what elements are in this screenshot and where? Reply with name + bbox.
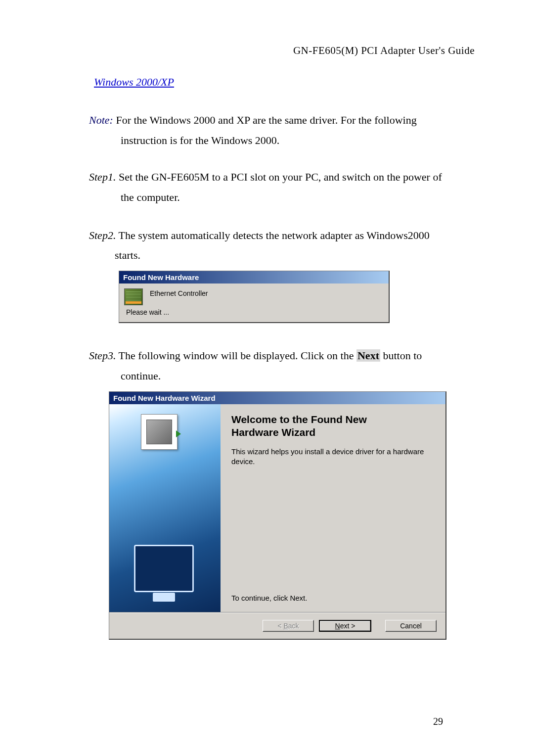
wizard-heading-l1: Welcome to the Found New — [231, 414, 367, 425]
dialog-status-text: Please wait ... — [119, 306, 389, 322]
wizard-monitor-icon — [134, 545, 194, 592]
wizard-button-row: < Back Next > Cancel — [109, 613, 445, 639]
step1-line1: Set the GN-FE605M to a PCI slot on your … — [116, 171, 442, 183]
wizard-heading-l2: Hardware Wizard — [231, 426, 315, 438]
hardware-icon — [124, 288, 143, 305]
step1-block: Step1. Set the GN-FE605M to a PCI slot o… — [89, 167, 475, 207]
step1-label: Step1. — [89, 171, 116, 183]
step3-line1a: The following window will be displayed. … — [116, 349, 356, 362]
hardware-wizard-dialog: Found New Hardware Wizard Welcome to the… — [109, 391, 446, 640]
wizard-description: This wizard helps you install a device d… — [231, 447, 435, 467]
found-hardware-dialog: Found New Hardware Ethernet Controller P… — [119, 271, 390, 323]
step3-label: Step3. — [89, 349, 116, 362]
back-button: < Back — [263, 620, 314, 632]
step2-label: Step2. — [89, 229, 116, 241]
note-text-line2: instruction is for the Windows 2000. — [121, 131, 475, 151]
next-button[interactable]: Next > — [319, 620, 371, 632]
next-button-post: ext > — [340, 622, 356, 630]
wizard-continue-text: To continue, click Next. — [231, 594, 435, 605]
step3-block: Step3. The following window will be disp… — [89, 346, 475, 386]
step2-line1: The system automatically detects the net… — [116, 229, 429, 241]
back-button-post: ack — [288, 622, 299, 630]
step2-block: Step2. The system automatically detects … — [89, 226, 475, 266]
step3-line1b: button to — [380, 349, 422, 362]
step3-line2: continue. — [121, 366, 475, 386]
note-label: Note: — [89, 114, 113, 126]
dialog-device-text: Ethernet Controller — [150, 288, 208, 297]
step1-line2: the computer. — [121, 188, 475, 208]
wizard-device-icon — [141, 414, 178, 450]
dialog-titlebar: Found New Hardware — [119, 271, 389, 284]
doc-header: GN-FE605(M) PCI Adapter User's Guide — [89, 45, 475, 57]
page-number: 29 — [433, 716, 443, 727]
wizard-side-graphic — [109, 404, 221, 612]
wizard-heading: Welcome to the Found New Hardware Wizard — [231, 413, 435, 439]
note-paragraph: Note: For the Windows 2000 and XP are th… — [89, 110, 475, 150]
note-text-line1: For the Windows 2000 and XP are the same… — [113, 114, 417, 126]
wizard-titlebar: Found New Hardware Wizard — [109, 392, 445, 404]
cancel-button[interactable]: Cancel — [385, 620, 437, 632]
step3-bold-next: Next — [356, 349, 380, 362]
next-button-underline: N — [335, 622, 340, 630]
back-button-pre: < — [277, 622, 283, 630]
back-button-underline: B — [283, 622, 288, 630]
step2-line2: starts. — [115, 245, 475, 266]
section-link-windows[interactable]: Windows 2000/XP — [94, 76, 174, 89]
